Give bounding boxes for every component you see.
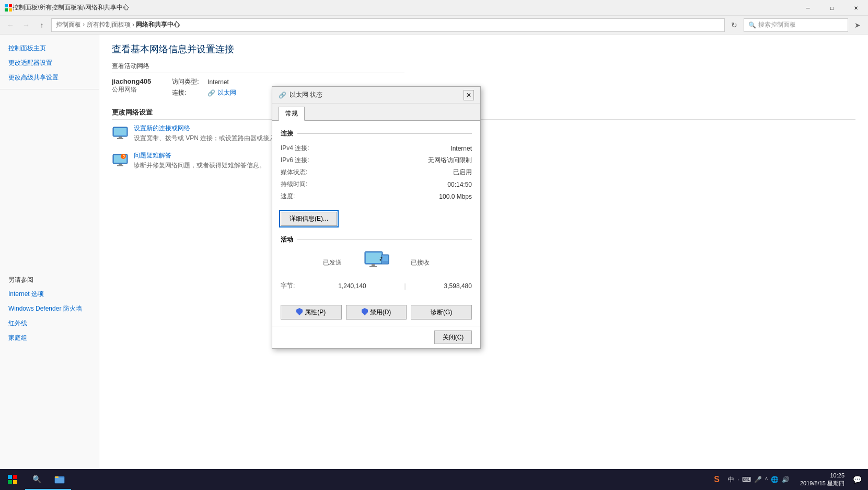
network-name-block: jiachong405 公用网络 — [112, 77, 151, 94]
network-right: 访问类型: Internet 连接: 🔗 以太网 — [172, 77, 236, 99]
dialog-close-footer-button[interactable]: 关闭(C) — [434, 331, 472, 344]
ipv6-value: 无网络访问限制 — [428, 156, 472, 165]
bytes-divider: | — [404, 282, 406, 290]
sidebar-item-infrared[interactable]: 红外线 — [0, 316, 99, 331]
address-box[interactable]: 控制面板 › 所有控制面板项 › 网络和共享中心 — [51, 18, 725, 32]
arrow-up-icon[interactable]: ^ — [765, 477, 768, 483]
svg-text:?: ? — [123, 155, 125, 158]
ipv4-value: Internet — [450, 145, 472, 152]
search-submit-button[interactable]: ➤ — [851, 19, 864, 31]
ethernet-status-dialog: 🔗 以太网 状态 ✕ 常规 连接 IPv4 连接: Internet IPv6 … — [272, 86, 481, 349]
shield-icon-disable — [362, 308, 368, 317]
speed-label: 速度: — [281, 192, 295, 201]
troubleshoot-text: 问题疑难解答 诊断并修复网络问题，或者获得疑难解答信息。 — [134, 151, 265, 170]
sidebar-item-homegroup[interactable]: 家庭组 — [0, 331, 99, 345]
sidebar-item-sharing-settings[interactable]: 更改高级共享设置 — [0, 70, 99, 85]
media-label: 媒体状态: — [281, 168, 307, 177]
ime-label: 中 — [728, 475, 734, 484]
sidebar-item-internet-options[interactable]: Internet 选项 — [0, 287, 99, 301]
start-button[interactable] — [0, 469, 25, 490]
svg-rect-16 — [372, 264, 375, 266]
speed-row: 速度: 100.0 Mbps — [281, 190, 472, 202]
disable-button[interactable]: 禁用(D) — [346, 305, 407, 320]
troubleshoot-desc: 诊断并修复网络问题，或者获得疑难解答信息。 — [134, 161, 265, 170]
change-item-troubleshoot: ? 问题疑难解答 诊断并修复网络问题，或者获得疑难解答信息。 — [112, 151, 855, 170]
svg-rect-3 — [9, 8, 12, 12]
network-info-row: jiachong405 公用网络 访问类型: Internet 连接: 🔗 以太… — [112, 77, 855, 99]
dialog-bottom-buttons: 属性(P) 禁用(D) 诊断(G) — [272, 301, 480, 326]
access-type-row: 访问类型: Internet — [172, 77, 236, 86]
clock-date: 2019/8/15 星期四 — [800, 480, 844, 487]
sent-label: 已发送 — [323, 258, 342, 267]
keyboard-icon: ⌨ — [742, 476, 751, 483]
network-cable-icon: 🔗 — [207, 89, 215, 97]
dialog-title-text: 🔗 以太网 状态 — [279, 90, 322, 99]
sidebar-item-control-panel-home[interactable]: 控制面板主页 — [0, 41, 99, 55]
activity-arrows: 已发送 — [281, 250, 472, 275]
search-box[interactable]: 🔍 搜索控制面板 — [744, 18, 848, 32]
minimize-button[interactable]: ─ — [796, 0, 820, 16]
sidebar-divider — [0, 89, 99, 89]
properties-button[interactable]: 属性(P) — [281, 305, 342, 320]
dialog-close-button[interactable]: ✕ — [464, 90, 474, 100]
svg-rect-28 — [8, 480, 12, 484]
systray: 中 · ⌨ 🎤 ^ 🌐 🔊 — [724, 475, 794, 484]
content-area: 查看基本网络信息并设置连接 查看活动网络 jiachong405 公用网络 访问… — [99, 35, 868, 469]
forward-button[interactable]: → — [20, 19, 32, 31]
shield-icon-properties — [296, 308, 303, 317]
clock-time: 10:25 — [800, 472, 844, 480]
page-title: 查看基本网络信息并设置连接 — [112, 43, 855, 55]
svg-rect-10 — [119, 164, 122, 165]
bytes-label: 字节: — [281, 281, 295, 290]
svg-rect-15 — [366, 253, 381, 263]
bytes-sent: 1,240,140 — [338, 282, 366, 290]
diagnose-button[interactable]: 诊断(G) — [411, 305, 472, 320]
svg-rect-32 — [55, 476, 59, 478]
svg-rect-17 — [369, 266, 377, 267]
connection-label: 连接: — [172, 88, 203, 97]
refresh-button[interactable]: ↻ — [728, 19, 740, 31]
dialog-title-icon: 🔗 — [279, 92, 286, 99]
network-tray-icon: 🌐 — [771, 476, 779, 483]
taskbar-search-button[interactable]: 🔍 — [25, 469, 48, 490]
dialog-footer: 关闭(C) — [272, 326, 480, 348]
notification-icon[interactable]: 💬 — [851, 475, 864, 484]
clock[interactable]: 10:25 2019/8/15 星期四 — [796, 472, 849, 488]
troubleshoot-link[interactable]: 问题疑难解答 — [134, 152, 171, 159]
detail-button[interactable]: 详细信息(E)... — [281, 212, 337, 226]
connection-link[interactable]: 🔗 以太网 — [207, 88, 236, 97]
close-button[interactable]: ✕ — [844, 0, 868, 16]
up-button[interactable]: ↑ — [36, 19, 48, 31]
received-label: 已接收 — [411, 258, 430, 267]
speed-value: 100.0 Mbps — [439, 193, 472, 200]
svg-rect-5 — [114, 128, 126, 135]
dialog-titlebar: 🔗 以太网 状态 ✕ — [272, 87, 480, 104]
bytes-row: 字节: 1,240,140 | 3,598,480 — [281, 279, 472, 292]
taskbar-file-explorer[interactable] — [48, 469, 71, 490]
ipv4-label: IPv4 连接: — [281, 144, 309, 153]
maximize-button[interactable]: □ — [820, 0, 844, 16]
sidebar-item-adapter-settings[interactable]: 更改适配器设置 — [0, 55, 99, 70]
taskbar: 🔍 S 中 · ⌨ 🎤 ^ 🌐 🔊 10:25 2019/8/15 星期四 💬 — [0, 469, 868, 490]
taskbar-right: S 中 · ⌨ 🎤 ^ 🌐 🔊 10:25 2019/8/15 星期四 💬 — [712, 469, 868, 490]
tab-general[interactable]: 常规 — [279, 107, 305, 121]
svg-rect-27 — [13, 475, 17, 479]
svg-rect-11 — [117, 165, 123, 166]
svg-rect-2 — [5, 8, 8, 12]
change-settings-header: 更改网络设置 — [112, 108, 855, 120]
new-connection-link[interactable]: 设置新的连接或网络 — [134, 124, 190, 132]
titlebar-controls: ─ □ ✕ — [796, 0, 868, 16]
sidebar: 控制面板主页 更改适配器设置 更改高级共享设置 另请参阅 Internet 选项… — [0, 35, 99, 469]
search-placeholder: 搜索控制面板 — [758, 20, 796, 29]
connection-section-title: 连接 — [281, 129, 472, 138]
new-connection-text: 设置新的连接或网络 设置宽带、拨号或 VPN 连接；或设置路由器或接入点。 — [134, 124, 288, 143]
sidebar-item-windows-defender[interactable]: Windows Defender 防火墙 — [0, 301, 99, 316]
duration-value: 00:14:50 — [447, 181, 472, 188]
dialog-body: 连接 IPv4 连接: Internet IPv6 连接: 无网络访问限制 媒体… — [272, 121, 480, 301]
dialog-tabs: 常规 — [272, 104, 480, 121]
input-method-icon[interactable]: S — [712, 475, 722, 484]
back-button[interactable]: ← — [4, 19, 17, 31]
activity-icon — [363, 250, 390, 275]
bytes-received: 3,598,480 — [444, 282, 472, 290]
svg-rect-19 — [383, 256, 388, 261]
